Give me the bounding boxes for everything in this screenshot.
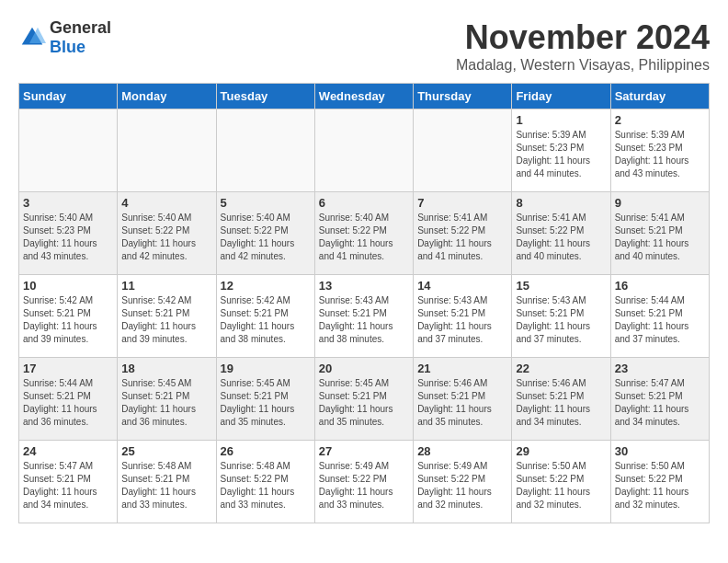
day-number: 8 xyxy=(516,196,606,210)
day-header-tuesday: Tuesday xyxy=(216,84,314,109)
calendar-week-0: 1Sunrise: 5:39 AM Sunset: 5:23 PM Daylig… xyxy=(19,109,710,192)
day-info: Sunrise: 5:45 AM Sunset: 5:21 PM Dayligh… xyxy=(221,377,311,429)
day-info: Sunrise: 5:50 AM Sunset: 5:22 PM Dayligh… xyxy=(615,460,705,511)
calendar-cell xyxy=(314,109,413,192)
day-header-monday: Monday xyxy=(118,84,216,109)
day-info: Sunrise: 5:45 AM Sunset: 5:21 PM Dayligh… xyxy=(121,377,211,429)
day-number: 10 xyxy=(23,279,113,293)
calendar-cell: 4Sunrise: 5:40 AM Sunset: 5:22 PM Daylig… xyxy=(118,192,216,275)
day-number: 18 xyxy=(121,362,211,375)
day-number: 25 xyxy=(121,444,211,458)
day-info: Sunrise: 5:43 AM Sunset: 5:21 PM Dayligh… xyxy=(516,294,606,346)
day-info: Sunrise: 5:47 AM Sunset: 5:21 PM Dayligh… xyxy=(23,460,113,511)
calendar-cell: 19Sunrise: 5:45 AM Sunset: 5:21 PM Dayli… xyxy=(216,358,314,441)
day-header-thursday: Thursday xyxy=(414,84,512,109)
calendar-week-1: 3Sunrise: 5:40 AM Sunset: 5:23 PM Daylig… xyxy=(19,192,710,275)
calendar-cell: 2Sunrise: 5:39 AM Sunset: 5:23 PM Daylig… xyxy=(610,109,709,192)
day-number: 16 xyxy=(615,279,705,293)
calendar-cell xyxy=(19,109,118,192)
calendar-cell: 18Sunrise: 5:45 AM Sunset: 5:21 PM Dayli… xyxy=(118,358,216,441)
day-number: 24 xyxy=(23,444,113,458)
day-number: 22 xyxy=(516,362,606,375)
calendar-cell: 26Sunrise: 5:48 AM Sunset: 5:22 PM Dayli… xyxy=(216,441,314,523)
day-number: 1 xyxy=(516,113,606,127)
day-number: 26 xyxy=(221,444,311,458)
location-title: Madalag, Western Visayas, Philippines xyxy=(456,57,710,74)
calendar-cell xyxy=(216,109,314,192)
day-number: 20 xyxy=(319,362,409,375)
calendar-cell: 13Sunrise: 5:43 AM Sunset: 5:21 PM Dayli… xyxy=(314,275,413,358)
calendar-cell: 21Sunrise: 5:46 AM Sunset: 5:21 PM Dayli… xyxy=(414,358,512,441)
calendar-cell: 16Sunrise: 5:44 AM Sunset: 5:21 PM Dayli… xyxy=(610,275,709,358)
day-info: Sunrise: 5:46 AM Sunset: 5:21 PM Dayligh… xyxy=(417,377,507,429)
day-info: Sunrise: 5:48 AM Sunset: 5:21 PM Dayligh… xyxy=(121,460,211,511)
day-number: 12 xyxy=(221,279,311,293)
day-number: 28 xyxy=(417,444,507,458)
calendar-cell: 1Sunrise: 5:39 AM Sunset: 5:23 PM Daylig… xyxy=(512,109,610,192)
day-info: Sunrise: 5:42 AM Sunset: 5:21 PM Dayligh… xyxy=(121,294,211,346)
calendar-cell: 6Sunrise: 5:40 AM Sunset: 5:22 PM Daylig… xyxy=(314,192,413,275)
calendar-cell: 20Sunrise: 5:45 AM Sunset: 5:21 PM Dayli… xyxy=(314,358,413,441)
calendar-cell: 23Sunrise: 5:47 AM Sunset: 5:21 PM Dayli… xyxy=(610,358,709,441)
day-number: 21 xyxy=(417,362,507,375)
calendar-cell: 29Sunrise: 5:50 AM Sunset: 5:22 PM Dayli… xyxy=(512,441,610,523)
logo-text: General Blue xyxy=(50,18,111,57)
day-number: 3 xyxy=(23,196,113,210)
day-info: Sunrise: 5:46 AM Sunset: 5:21 PM Dayligh… xyxy=(516,377,606,429)
day-number: 13 xyxy=(319,279,409,293)
day-info: Sunrise: 5:41 AM Sunset: 5:22 PM Dayligh… xyxy=(516,212,606,263)
day-info: Sunrise: 5:44 AM Sunset: 5:21 PM Dayligh… xyxy=(23,377,113,429)
calendar-cell: 3Sunrise: 5:40 AM Sunset: 5:23 PM Daylig… xyxy=(19,192,118,275)
day-info: Sunrise: 5:50 AM Sunset: 5:22 PM Dayligh… xyxy=(516,460,606,511)
day-info: Sunrise: 5:40 AM Sunset: 5:22 PM Dayligh… xyxy=(319,212,409,263)
title-area: November 2024 Madalag, Western Visayas, … xyxy=(456,18,710,74)
calendar-cell: 24Sunrise: 5:47 AM Sunset: 5:21 PM Dayli… xyxy=(19,441,118,523)
month-title: November 2024 xyxy=(456,18,710,57)
day-number: 17 xyxy=(23,362,113,375)
day-info: Sunrise: 5:49 AM Sunset: 5:22 PM Dayligh… xyxy=(319,460,409,511)
calendar-week-2: 10Sunrise: 5:42 AM Sunset: 5:21 PM Dayli… xyxy=(19,275,710,358)
day-info: Sunrise: 5:40 AM Sunset: 5:23 PM Dayligh… xyxy=(23,212,113,263)
day-number: 2 xyxy=(615,113,705,127)
day-info: Sunrise: 5:43 AM Sunset: 5:21 PM Dayligh… xyxy=(417,294,507,346)
day-info: Sunrise: 5:48 AM Sunset: 5:22 PM Dayligh… xyxy=(221,460,311,511)
header: General Blue November 2024 Madalag, West… xyxy=(18,18,710,74)
calendar-cell: 8Sunrise: 5:41 AM Sunset: 5:22 PM Daylig… xyxy=(512,192,610,275)
calendar-cell: 9Sunrise: 5:41 AM Sunset: 5:21 PM Daylig… xyxy=(610,192,709,275)
day-info: Sunrise: 5:41 AM Sunset: 5:21 PM Dayligh… xyxy=(615,212,705,263)
day-number: 19 xyxy=(221,362,311,375)
calendar-cell: 28Sunrise: 5:49 AM Sunset: 5:22 PM Dayli… xyxy=(414,441,512,523)
logo: General Blue xyxy=(18,18,111,57)
calendar-week-4: 24Sunrise: 5:47 AM Sunset: 5:21 PM Dayli… xyxy=(19,441,710,523)
calendar-cell: 30Sunrise: 5:50 AM Sunset: 5:22 PM Dayli… xyxy=(610,441,709,523)
day-info: Sunrise: 5:39 AM Sunset: 5:23 PM Dayligh… xyxy=(516,129,606,180)
calendar-cell: 12Sunrise: 5:42 AM Sunset: 5:21 PM Dayli… xyxy=(216,275,314,358)
calendar-cell: 15Sunrise: 5:43 AM Sunset: 5:21 PM Dayli… xyxy=(512,275,610,358)
day-info: Sunrise: 5:47 AM Sunset: 5:21 PM Dayligh… xyxy=(615,377,705,429)
calendar-cell: 7Sunrise: 5:41 AM Sunset: 5:22 PM Daylig… xyxy=(414,192,512,275)
day-number: 11 xyxy=(121,279,211,293)
calendar-cell: 11Sunrise: 5:42 AM Sunset: 5:21 PM Dayli… xyxy=(118,275,216,358)
day-number: 14 xyxy=(417,279,507,293)
day-header-friday: Friday xyxy=(512,84,610,109)
calendar-cell: 27Sunrise: 5:49 AM Sunset: 5:22 PM Dayli… xyxy=(314,441,413,523)
day-number: 23 xyxy=(615,362,705,375)
calendar-cell: 22Sunrise: 5:46 AM Sunset: 5:21 PM Dayli… xyxy=(512,358,610,441)
day-info: Sunrise: 5:42 AM Sunset: 5:21 PM Dayligh… xyxy=(23,294,113,346)
calendar-table: SundayMondayTuesdayWednesdayThursdayFrid… xyxy=(18,83,710,523)
calendar-cell xyxy=(414,109,512,192)
day-info: Sunrise: 5:42 AM Sunset: 5:21 PM Dayligh… xyxy=(221,294,311,346)
day-info: Sunrise: 5:43 AM Sunset: 5:21 PM Dayligh… xyxy=(319,294,409,346)
day-info: Sunrise: 5:45 AM Sunset: 5:21 PM Dayligh… xyxy=(319,377,409,429)
day-number: 6 xyxy=(319,196,409,210)
day-header-wednesday: Wednesday xyxy=(314,84,413,109)
logo-general: General xyxy=(50,18,111,37)
day-number: 4 xyxy=(121,196,211,210)
day-info: Sunrise: 5:40 AM Sunset: 5:22 PM Dayligh… xyxy=(121,212,211,263)
calendar-header-row: SundayMondayTuesdayWednesdayThursdayFrid… xyxy=(19,84,710,109)
day-number: 30 xyxy=(615,444,705,458)
calendar-cell xyxy=(118,109,216,192)
day-number: 5 xyxy=(221,196,311,210)
day-info: Sunrise: 5:44 AM Sunset: 5:21 PM Dayligh… xyxy=(615,294,705,346)
day-info: Sunrise: 5:49 AM Sunset: 5:22 PM Dayligh… xyxy=(417,460,507,511)
